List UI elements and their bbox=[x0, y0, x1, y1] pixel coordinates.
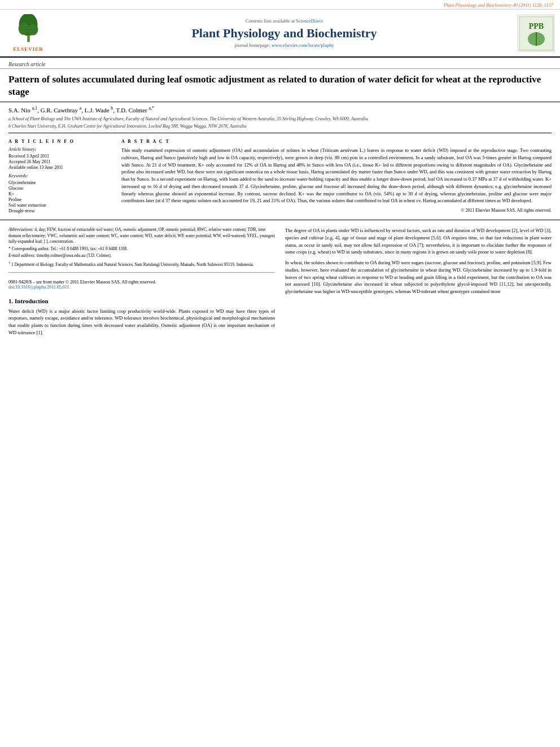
elsevier-tree-icon bbox=[13, 14, 44, 45]
intro-label: Introduction bbox=[15, 298, 49, 304]
department-footnote: 1 1 Department of Biology, Faculty of Ma… bbox=[8, 260, 275, 268]
svg-text:PPB: PPB bbox=[528, 22, 543, 30]
sciencedirect-link[interactable]: ScienceDirect bbox=[296, 18, 323, 24]
keywords-title: Keywords: bbox=[8, 173, 113, 178]
abstract-text: This study examined expression of osmoti… bbox=[121, 147, 552, 204]
footnotes-area: Abbreviations: d, day; FEW, fraction of … bbox=[8, 227, 275, 268]
intro-left: 1. Introduction Water deficit (WD) is a … bbox=[8, 298, 275, 337]
article-type-label: Research article bbox=[8, 61, 45, 67]
intro-paragraph-1: Water deficit (WD) is a major abiotic fa… bbox=[8, 308, 275, 337]
abstract-column: A B S T R A C T This study examined expr… bbox=[121, 139, 552, 214]
main-content: A R T I C L E I N F O Article history: R… bbox=[0, 133, 560, 220]
received-date: Received 3 April 2011 bbox=[8, 154, 113, 159]
journal-bar: Plant Physiology and Biochemistry 49 (20… bbox=[0, 0, 560, 10]
ppb-logo-icon: PPB bbox=[519, 16, 553, 50]
page-header: ELSEVIER Contents lists available at Sci… bbox=[0, 10, 560, 58]
sciencedirect-text: Contents lists available at ScienceDirec… bbox=[59, 18, 510, 24]
email-label: E-mail address: bbox=[8, 253, 36, 258]
issn-area: 0981-9428/$ – see front matter © 2011 El… bbox=[8, 272, 275, 290]
email-text: timothy.colmer@uwa.edu.au (T.D. Colmer). bbox=[37, 253, 112, 258]
affiliation-b: b Charles Sturt University, E.H. Graham … bbox=[8, 123, 552, 129]
keywords-section: Keywords: Glycinebetaine Glucose K+ Prol… bbox=[8, 173, 113, 213]
department-text: 1 Department of Biology, Faculty of Math… bbox=[11, 261, 254, 267]
homepage-link[interactable]: www.elsevier.com/locate/plaphy bbox=[272, 42, 334, 48]
ppb-logo: PPB bbox=[518, 15, 554, 51]
accepted-date: Accepted 26 May 2011 bbox=[8, 159, 113, 164]
body-right-column: The degree of OA in plants under WD is i… bbox=[285, 227, 552, 340]
article-info-header: A R T I C L E I N F O bbox=[8, 139, 113, 144]
intro-title: 1. Introduction bbox=[8, 298, 275, 304]
keyword-5: Soil water extraction bbox=[8, 203, 113, 208]
authors: S.A. Nio a,1, G.R. Cawthray a, L.J. Wade… bbox=[8, 106, 552, 113]
abstract-header: A B S T R A C T bbox=[121, 139, 552, 144]
article-title: Pattern of solutes accumulated during le… bbox=[0, 69, 560, 102]
abstract-body: This study examined expression of osmoti… bbox=[121, 147, 552, 203]
email-footnote: E-mail address: timothy.colmer@uwa.edu.a… bbox=[8, 253, 275, 259]
abbreviations-text: d, day; FEW, fraction of extractable soi… bbox=[8, 227, 275, 244]
keyword-2: Glucose bbox=[8, 186, 113, 191]
intro-number: 1. bbox=[8, 298, 13, 304]
svg-point-2 bbox=[18, 23, 28, 35]
keyword-1: Glycinebetaine bbox=[8, 180, 113, 185]
article-type: Research article bbox=[0, 58, 560, 69]
affiliation-a: a School of Plant Biology and The UWA In… bbox=[8, 116, 552, 122]
authors-text: S.A. Nio a,1, G.R. Cawthray a, L.J. Wade… bbox=[8, 107, 154, 113]
body-left-column: Abbreviations: d, day; FEW, fraction of … bbox=[8, 227, 275, 340]
doi-line: doi:10.1016/j.plaphy.2011.05.011 bbox=[8, 285, 275, 290]
svg-rect-0 bbox=[27, 36, 30, 42]
intro-paragraph-3: In wheat, the solutes shown to contribut… bbox=[285, 259, 552, 295]
keyword-4: Proline bbox=[8, 197, 113, 202]
intro-paragraph-2: The degree of OA in plants under WD is i… bbox=[285, 227, 552, 256]
history-title: Article history: bbox=[8, 147, 113, 152]
keyword-6: Drought stress bbox=[8, 208, 113, 213]
issn-line: 0981-9428/$ – see front matter © 2011 El… bbox=[8, 279, 275, 285]
available-date: Available online 13 June 2011 bbox=[8, 165, 113, 170]
elsevier-label: ELSEVIER bbox=[13, 46, 43, 52]
abbreviations-footnote: Abbreviations: d, day; FEW, fraction of … bbox=[8, 227, 275, 245]
abbreviations-label: Abbreviations: bbox=[8, 227, 33, 232]
keyword-3: K+ bbox=[8, 191, 113, 196]
header-center: Contents lists available at ScienceDirec… bbox=[59, 18, 510, 48]
authors-section: S.A. Nio a,1, G.R. Cawthray a, L.J. Wade… bbox=[0, 102, 560, 133]
journal-homepage: journal homepage: www.elsevier.com/locat… bbox=[59, 42, 510, 48]
journal-title: Plant Physiology and Biochemistry bbox=[59, 26, 510, 41]
corresponding-footnote: * Corresponding author. Tel.: +61 8 6488… bbox=[8, 246, 275, 252]
body-content: Abbreviations: d, day; FEW, fraction of … bbox=[0, 220, 560, 346]
article-info-column: A R T I C L E I N F O Article history: R… bbox=[8, 139, 113, 214]
copyright-line: © 2011 Elsevier Masson SAS. All rights r… bbox=[121, 208, 552, 213]
journal-reference: Plant Physiology and Biochemistry 49 (20… bbox=[444, 2, 553, 8]
elsevier-logo: ELSEVIER bbox=[6, 14, 51, 52]
